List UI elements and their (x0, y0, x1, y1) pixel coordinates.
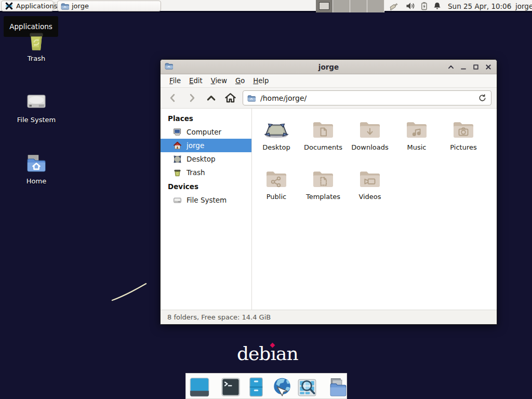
volume-icon[interactable] (405, 2, 416, 10)
debian-wordmark: debıan (237, 343, 298, 364)
file-item-downloads[interactable]: Downloads (347, 117, 393, 152)
sidebar-item-label: jorge (187, 141, 204, 150)
sidebar-item-label: Trash (187, 168, 205, 177)
panel-grip[interactable] (54, 2, 56, 10)
menu-file[interactable]: File (165, 75, 185, 87)
desktop-screen: debıan Applications Trash File System Ho… (0, 0, 532, 399)
menu-view[interactable]: View (207, 75, 231, 87)
window-folder-icon (61, 2, 69, 10)
xfce-menu-icon (5, 2, 14, 10)
desktop-icon-home[interactable]: Home (11, 151, 61, 185)
menu-go[interactable]: Go (231, 75, 249, 87)
path-folder-icon (247, 94, 256, 102)
applications-menu-button[interactable]: Applications (1, 1, 54, 11)
file-item-label: Public (267, 193, 286, 201)
drive-small-icon (173, 196, 182, 205)
file-manager-window: jorge File Edit View Go Help (160, 59, 497, 325)
bottom-dock (185, 373, 347, 399)
menu-help[interactable]: Help (249, 75, 273, 87)
window-title-folder-icon (165, 62, 173, 70)
panel-clock[interactable]: Sun 25 Apr, 10:06 (448, 2, 511, 10)
desktop-icon-trash[interactable]: Trash (11, 28, 61, 62)
sidebar-item-label: File System (187, 196, 227, 204)
status-bar: 8 folders, Free space: 14.4 GiB (161, 310, 497, 324)
trash-icon (11, 28, 61, 53)
folder-pictures-icon (451, 117, 476, 142)
minimize-button[interactable] (460, 63, 467, 71)
home-button[interactable] (223, 91, 237, 105)
folder-public-icon (264, 166, 289, 191)
sidebar-item-desktop[interactable]: Desktop (161, 152, 251, 166)
dock-launcher-terminal[interactable] (220, 376, 242, 398)
sidebar-header-places: Places (161, 111, 251, 125)
path-text[interactable]: /home/jorge/ (260, 94, 473, 102)
file-item-pictures[interactable]: Pictures (440, 117, 487, 152)
sidebar-item-file-system[interactable]: File System (161, 193, 251, 207)
dock-launcher-file-cabinet[interactable] (245, 376, 267, 398)
file-item-label: Desktop (262, 143, 290, 151)
folder-downloads-icon (357, 117, 382, 142)
up-button[interactable] (204, 91, 218, 105)
desktop-icon-label: Trash (11, 55, 61, 62)
file-item-public[interactable]: Public (253, 166, 300, 202)
user-home-icon (173, 141, 182, 150)
home-folder-icon (11, 151, 61, 176)
maximize-button[interactable] (472, 63, 480, 71)
network-icon[interactable] (388, 2, 401, 10)
file-grid: Desktop Documents Downloads Music (252, 109, 497, 310)
file-item-documents[interactable]: Documents (300, 117, 347, 152)
battery-icon[interactable] (421, 2, 428, 10)
folder-documents-icon (311, 117, 336, 142)
menu-bar: File Edit View Go Help (161, 74, 497, 88)
forward-button[interactable] (185, 91, 198, 105)
panel-user-menu[interactable]: jorge (515, 2, 532, 10)
back-button[interactable] (166, 91, 179, 105)
file-item-music[interactable]: Music (393, 117, 440, 152)
applications-menu-label: Applications (16, 2, 57, 10)
reload-button[interactable] (478, 94, 487, 102)
file-item-label: Videos (358, 193, 381, 201)
dock-launcher-web-browser[interactable] (271, 376, 292, 398)
workspace-cell-4[interactable] (367, 0, 384, 12)
folder-music-icon (404, 117, 429, 142)
sidebar-header-devices: Devices (161, 179, 251, 193)
window-titlebar[interactable]: jorge (161, 60, 497, 74)
status-text: 8 folders, Free space: 14.4 GiB (167, 313, 271, 321)
drive-icon (11, 89, 61, 114)
places-sidebar: Places Computer jorge Desktop (161, 109, 252, 310)
close-button[interactable] (485, 63, 492, 71)
workspace-cell-1[interactable] (316, 0, 333, 12)
user-desktop-icon (264, 117, 289, 142)
dock-launcher-show-desktop[interactable] (189, 376, 210, 398)
workspace-cell-2[interactable] (333, 0, 350, 12)
path-input[interactable]: /home/jorge/ (243, 90, 491, 105)
folder-templates-icon (311, 166, 336, 191)
file-item-desktop[interactable]: Desktop (253, 117, 300, 152)
window-title: jorge (161, 63, 497, 71)
dock-launcher-app-finder[interactable] (296, 376, 318, 398)
desktop-icon-label: Home (11, 177, 61, 185)
menu-edit[interactable]: Edit (185, 75, 207, 87)
taskbar-window-label: jorge (72, 2, 89, 10)
file-item-label: Pictures (450, 143, 476, 151)
notifications-bell-icon[interactable] (433, 2, 442, 10)
sidebar-item-trash[interactable]: Trash (161, 166, 251, 179)
file-item-label: Downloads (351, 143, 388, 151)
file-item-label: Music (407, 143, 427, 151)
file-item-videos[interactable]: Videos (347, 166, 393, 202)
desktop-icon-label: File System (11, 116, 61, 124)
sidebar-item-label: Desktop (187, 155, 216, 163)
file-item-label: Templates (306, 193, 340, 201)
top-panel: Applications jorge Sun 25 Apr, 10:06 jor… (0, 0, 532, 12)
toolbar: /home/jorge/ (161, 88, 497, 109)
dock-launcher-file-manager[interactable] (327, 376, 349, 398)
shade-button[interactable] (447, 63, 455, 71)
sidebar-item-computer[interactable]: Computer (161, 125, 251, 139)
taskbar-window-button[interactable]: jorge (57, 1, 161, 11)
file-item-label: Documents (304, 143, 342, 151)
file-item-templates[interactable]: Templates (300, 166, 347, 202)
sidebar-item-label: Computer (187, 128, 221, 136)
sidebar-item-jorge[interactable]: jorge (161, 139, 251, 152)
desktop-icon-file-system[interactable]: File System (11, 89, 61, 124)
workspace-cell-3[interactable] (350, 0, 367, 12)
